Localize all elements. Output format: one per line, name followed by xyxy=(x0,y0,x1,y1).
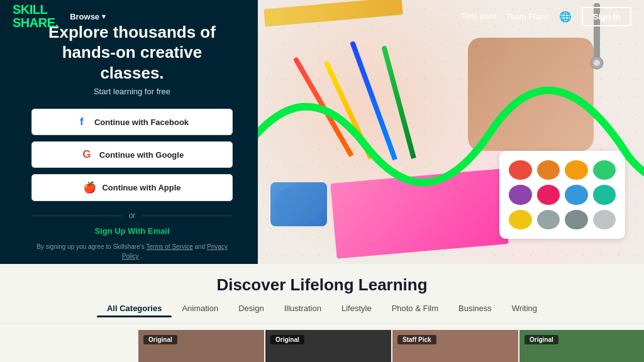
globe-icon[interactable]: 🌐 xyxy=(559,11,572,23)
paint-color-dot xyxy=(509,185,532,204)
category-tab-design[interactable]: Design xyxy=(228,300,274,317)
hand-decoration xyxy=(468,38,594,151)
browse-button[interactable]: Browse xyxy=(70,12,106,21)
card-badge: Staff Pick xyxy=(397,335,436,344)
svg-point-2 xyxy=(594,60,600,66)
hero-image-area xyxy=(258,0,644,264)
header-right: Term plant Team Plans 🌐 Sign In xyxy=(461,7,631,26)
course-card[interactable]: Original xyxy=(265,330,391,362)
logo-text: SKILL SHARE. xyxy=(13,3,58,30)
term-plant-badge: Term plant xyxy=(461,12,496,21)
paint-color-dot xyxy=(537,210,560,229)
category-tab-all-categories[interactable]: All Categories xyxy=(97,300,172,317)
terms-text: By signing up you agree to Skillshare's … xyxy=(31,242,233,261)
category-tab-photo-and-film[interactable]: Photo & Film xyxy=(382,300,448,317)
logo[interactable]: SKILL SHARE. xyxy=(13,3,58,30)
paint-color-dot xyxy=(593,210,616,229)
paint-palette-decoration xyxy=(499,151,625,239)
cards-row: OriginalOriginalStaff PickOriginalO xyxy=(0,324,644,362)
signup-email-button[interactable]: Sign Up With Email xyxy=(31,226,233,236)
course-card[interactable]: Original xyxy=(519,330,644,362)
tape-roll-decoration xyxy=(270,182,327,226)
team-plans-button[interactable]: Team Plans xyxy=(506,12,549,21)
course-card[interactable]: Staff Pick xyxy=(392,330,518,362)
paint-color-dot xyxy=(593,160,616,180)
paint-color-dot xyxy=(537,160,560,180)
category-tab-business[interactable]: Business xyxy=(448,300,502,317)
card-badge: Original xyxy=(270,335,304,344)
facebook-login-button[interactable]: f Continue with Facebook xyxy=(31,109,233,135)
card-badge: Original xyxy=(525,335,558,344)
paint-color-dot xyxy=(565,210,588,229)
hero-subtext: Start learning for free xyxy=(31,87,233,96)
hero-section: Explore thousands of hands-on creative c… xyxy=(0,0,644,264)
paint-color-dot xyxy=(509,160,532,180)
paint-color-dot xyxy=(537,185,560,204)
google-login-button[interactable]: G Continue with Google xyxy=(31,141,233,168)
google-btn-label: Continue with Google xyxy=(99,150,184,160)
google-icon: G xyxy=(80,148,93,161)
apple-login-button[interactable]: 🍎 Continue with Apple xyxy=(31,174,233,201)
category-tab-animation[interactable]: Animation xyxy=(172,300,228,317)
paint-color-dot xyxy=(565,185,588,204)
apple-btn-label: Continue with Apple xyxy=(102,183,180,192)
sign-in-button[interactable]: Sign In xyxy=(582,7,631,26)
paint-color-dot xyxy=(565,160,588,180)
apple-icon: 🍎 xyxy=(83,181,96,194)
divider-text: or xyxy=(129,211,136,220)
category-tab-illustration[interactable]: Illustration xyxy=(274,300,331,317)
category-tabs: All CategoriesAnimationDesignIllustratio… xyxy=(0,300,644,324)
card-badge: Original xyxy=(143,335,177,344)
divider-line-left xyxy=(31,216,123,216)
header: SKILL SHARE. Browse Term plant Team Plan… xyxy=(0,0,644,33)
facebook-icon: f xyxy=(75,116,88,128)
category-tab-writing[interactable]: Writing xyxy=(502,300,547,317)
discover-section: Discover Lifelong Learning All Categorie… xyxy=(0,264,644,362)
divider: or xyxy=(31,211,233,220)
facebook-btn-label: Continue with Facebook xyxy=(94,118,189,127)
terms-of-service-link[interactable]: Terms of Service xyxy=(146,243,192,250)
discover-heading: Discover Lifelong Learning xyxy=(0,264,644,300)
category-tab-lifestyle[interactable]: Lifestyle xyxy=(331,300,382,317)
pink-paper-decoration xyxy=(330,168,508,258)
paint-color-dot xyxy=(509,210,532,229)
course-card[interactable]: Original xyxy=(138,330,264,362)
hero-left-panel: Explore thousands of hands-on creative c… xyxy=(0,0,258,264)
paint-color-dot xyxy=(593,185,616,204)
divider-line-right xyxy=(142,216,233,216)
